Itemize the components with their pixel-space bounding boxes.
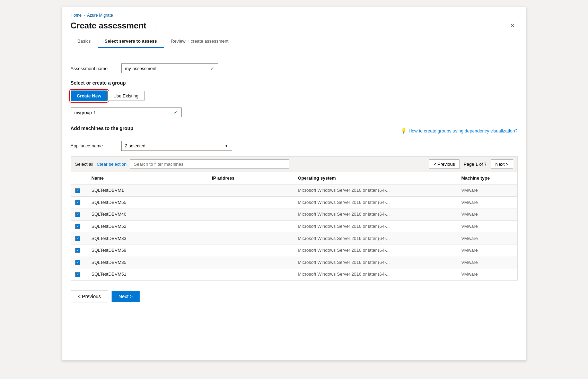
toolbar-right: < Previous Page 1 of 7 Next > — [429, 160, 513, 169]
page-info: Page 1 of 7 — [461, 162, 490, 167]
group-name-value: mygroup-1 — [74, 110, 96, 115]
row-ip — [208, 268, 293, 280]
row-type: VMware — [457, 184, 517, 197]
checkbox[interactable]: ✓ — [75, 224, 80, 229]
row-checkbox-cell[interactable]: ✓ — [71, 184, 87, 197]
row-os: Microsoft Windows Server 2016 or later (… — [294, 208, 457, 221]
assessment-name-value: my-assessment — [125, 66, 157, 71]
col-header-type: Machine type — [457, 172, 517, 184]
row-name: SQLTestDBVM52 — [87, 220, 208, 232]
group-name-input[interactable]: mygroup-1 ✓ — [71, 107, 182, 117]
help-link[interactable]: 💡 How to create groups using dependency … — [401, 128, 517, 133]
bottom-prev-button[interactable]: < Previous — [71, 291, 108, 302]
appliance-label: Appliance name — [71, 143, 116, 148]
checkbox[interactable]: ✓ — [75, 188, 80, 193]
row-checkbox-cell[interactable]: ✓ — [71, 256, 87, 268]
table-row: ✓SQLTestDBVM35Microsoft Windows Server 2… — [71, 256, 517, 268]
row-os: Microsoft Windows Server 2016 or later (… — [294, 244, 457, 256]
breadcrumb-sep-1: › — [84, 13, 85, 17]
table-header: Name IP address Operating system Machine… — [71, 172, 517, 184]
row-checkbox-cell[interactable]: ✓ — [71, 220, 87, 232]
next-page-button[interactable]: Next > — [491, 160, 513, 169]
clear-selection[interactable]: Clear selection — [97, 162, 126, 167]
machines-table: Name IP address Operating system Machine… — [71, 172, 518, 281]
breadcrumb-azure-migrate[interactable]: Azure Migrate — [87, 13, 113, 18]
prev-page-button[interactable]: < Previous — [429, 160, 459, 169]
check-mark: ✓ — [76, 273, 79, 276]
table-row: ✓SQLTestDBVM59Microsoft Windows Server 2… — [71, 244, 517, 256]
row-type: VMware — [457, 268, 517, 280]
group-btn-group: Create New Use Existing — [71, 91, 518, 101]
breadcrumb-sep-2: › — [115, 13, 116, 17]
add-machines-title: Add machines to the group — [71, 126, 133, 131]
add-machines-header: Add machines to the group 💡 How to creat… — [71, 126, 518, 136]
assessment-name-row: Assessment name my-assessment ✓ — [71, 63, 518, 73]
breadcrumb: Home › Azure Migrate › — [71, 13, 518, 18]
row-ip — [208, 232, 293, 244]
row-checkbox-cell[interactable]: ✓ — [71, 268, 87, 280]
col-header-name: Name — [87, 172, 208, 184]
row-os: Microsoft Windows Server 2016 or later (… — [294, 232, 457, 244]
assessment-name-input[interactable]: my-assessment ✓ — [121, 63, 218, 73]
group-section-title: Select or create a group — [71, 80, 518, 86]
tab-basics[interactable]: Basics — [71, 35, 98, 48]
tab-select-servers[interactable]: Select servers to assess — [98, 35, 164, 48]
check-mark: ✓ — [76, 249, 79, 252]
row-ip — [208, 196, 293, 208]
row-type: VMware — [457, 208, 517, 221]
panel-title: Create assessment ··· — [71, 21, 157, 31]
col-header-ip: IP address — [208, 172, 293, 184]
row-checkbox-cell[interactable]: ✓ — [71, 208, 87, 221]
bottom-bar: < Previous Next > — [62, 285, 526, 308]
help-link-text: How to create groups using dependency vi… — [409, 128, 517, 133]
panel-menu-dots[interactable]: ··· — [150, 22, 157, 29]
table-row: ✓SQLTestDBVM52Microsoft Windows Server 2… — [71, 220, 517, 232]
create-new-button[interactable]: Create New — [71, 91, 108, 101]
row-type: VMware — [457, 220, 517, 232]
row-checkbox-cell[interactable]: ✓ — [71, 196, 87, 208]
row-ip — [208, 220, 293, 232]
checkbox[interactable]: ✓ — [75, 260, 80, 265]
row-name: SQLTestDBVM35 — [87, 256, 208, 268]
check-mark: ✓ — [76, 201, 79, 204]
row-name: SQLTestDBVM1 — [87, 184, 208, 197]
row-name: SQLTestDBVM46 — [87, 208, 208, 221]
appliance-row: Appliance name 2 selected ▼ — [71, 141, 518, 151]
row-checkbox-cell[interactable]: ✓ — [71, 232, 87, 244]
close-button[interactable]: ✕ — [507, 20, 518, 31]
dropdown-arrow-icon: ▼ — [225, 144, 228, 148]
content-area: Assessment name my-assessment ✓ Select o… — [62, 48, 526, 281]
table-toolbar: Select all Clear selection < Previous Pa… — [71, 156, 518, 172]
table-row: ✓SQLTestDBVM1Microsoft Windows Server 20… — [71, 184, 517, 197]
use-existing-button[interactable]: Use Existing — [107, 91, 144, 101]
check-mark: ✓ — [76, 213, 79, 216]
create-assessment-panel: Home › Azure Migrate › Create assessment… — [62, 7, 526, 361]
appliance-value: 2 selected — [125, 143, 146, 148]
checkbox[interactable]: ✓ — [75, 200, 80, 205]
row-ip — [208, 256, 293, 268]
checkbox[interactable]: ✓ — [75, 236, 80, 241]
row-checkbox-cell[interactable]: ✓ — [71, 244, 87, 256]
checkbox[interactable]: ✓ — [75, 272, 80, 277]
row-name: SQLTestDBVM51 — [87, 268, 208, 280]
row-type: VMware — [457, 196, 517, 208]
tab-review[interactable]: Review + create assessment — [164, 35, 236, 48]
row-type: VMware — [457, 244, 517, 256]
table-row: ✓SQLTestDBVM55Microsoft Windows Server 2… — [71, 196, 517, 208]
select-all[interactable]: Select all — [75, 162, 94, 167]
bottom-next-button[interactable]: Next > — [112, 291, 140, 302]
row-name: SQLTestDBVM55 — [87, 196, 208, 208]
table-row: ✓SQLTestDBVM46Microsoft Windows Server 2… — [71, 208, 517, 221]
row-os: Microsoft Windows Server 2016 or later (… — [294, 184, 457, 197]
bulb-icon: 💡 — [401, 128, 406, 133]
col-header-checkbox — [71, 172, 87, 184]
checkbox[interactable]: ✓ — [75, 248, 80, 253]
row-ip — [208, 208, 293, 221]
row-type: VMware — [457, 232, 517, 244]
row-name: SQLTestDBVM33 — [87, 232, 208, 244]
assessment-name-check: ✓ — [210, 66, 214, 71]
appliance-dropdown[interactable]: 2 selected ▼ — [121, 141, 232, 151]
checkbox[interactable]: ✓ — [75, 212, 80, 217]
breadcrumb-home[interactable]: Home — [71, 13, 82, 18]
search-input[interactable] — [130, 160, 289, 169]
